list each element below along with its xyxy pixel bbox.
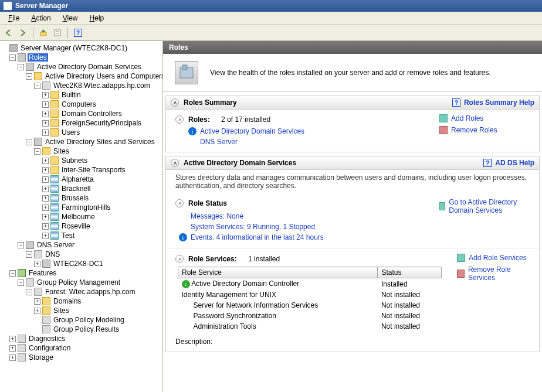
- table-row[interactable]: Server for Network Information ServicesN…: [178, 300, 442, 311]
- tree-adds[interactable]: −Active Directory Domain Services: [1, 62, 161, 71]
- remove-role-services-link[interactable]: Remove Role Services: [457, 265, 533, 282]
- menu-view[interactable]: View: [58, 13, 83, 23]
- remove-roles-link[interactable]: Remove Roles: [439, 126, 533, 134]
- table-row[interactable]: Identity Management for UNIXNot installe…: [178, 289, 442, 300]
- tree-domain[interactable]: −Wtec2K8.Wtec.adapps.hp.com: [1, 81, 161, 90]
- tree-site-test[interactable]: +Test: [1, 231, 161, 240]
- tree-gsites[interactable]: +Sites: [1, 306, 161, 315]
- tree-computers[interactable]: +Computers: [1, 100, 161, 109]
- roles-summary-section: ʌ Roles Summary ?Roles Summary Help ʌRol…: [165, 96, 540, 152]
- site-icon: [50, 222, 59, 230]
- folder-icon: [50, 110, 59, 118]
- remove-icon: [439, 126, 448, 134]
- role-link-adds[interactable]: Active Directory Domain Services: [200, 127, 304, 135]
- toolbar: ?: [0, 25, 542, 41]
- menu-help[interactable]: Help: [85, 13, 109, 23]
- goto-adds-link[interactable]: Go to Active Directory Domain Services: [439, 198, 533, 214]
- chevron-up-icon[interactable]: ʌ: [175, 115, 184, 124]
- tree-subnets[interactable]: +Subnets: [1, 156, 161, 165]
- forward-button[interactable]: [16, 26, 29, 39]
- tree-forest[interactable]: −Forest: Wtec.adapps.hp.com: [1, 287, 161, 296]
- table-row[interactable]: ↓ Active Directory Domain ControllerInst…: [178, 278, 442, 290]
- table-row[interactable]: Administration ToolsNot installed: [178, 321, 442, 332]
- up-button[interactable]: [37, 26, 50, 39]
- separator: [67, 28, 68, 38]
- services-link[interactable]: System Services: 9 Running, 1 Stopped: [191, 221, 424, 232]
- tree-site-alpharetta[interactable]: +Alpharetta: [1, 175, 161, 184]
- tree-adss[interactable]: −Active Directory Sites and Services: [1, 137, 161, 146]
- events-link[interactable]: iEvents: 4 informational in the last 24 …: [179, 232, 424, 243]
- tree-config[interactable]: +Configuration: [1, 343, 161, 353]
- tree-site-melbourne[interactable]: +Melbourne: [1, 212, 161, 221]
- tree-root[interactable]: Server Manager (WTEC2K8-DC1): [1, 43, 161, 53]
- config-icon: [18, 344, 26, 352]
- tree-dcs[interactable]: +Domain Controllers: [1, 109, 161, 118]
- tree-sites[interactable]: −Sites: [1, 146, 161, 156]
- adds-description: Stores directory data and manages commun…: [166, 170, 539, 193]
- tree-builtin[interactable]: +Builtin: [1, 90, 161, 100]
- summary-help-link[interactable]: ?Roles Summary Help: [452, 98, 534, 107]
- tree-site-roseville[interactable]: +Roseville: [1, 221, 161, 231]
- tree-site-bracknell[interactable]: +Bracknell: [1, 184, 161, 193]
- roles-hero-icon: [175, 61, 198, 84]
- tree-gpmodel[interactable]: Group Policy Modeling: [1, 315, 161, 325]
- tree-roles[interactable]: −Roles: [1, 53, 161, 62]
- installed-icon: ↓: [182, 280, 190, 288]
- tree-gpm[interactable]: −Group Policy Management: [1, 278, 161, 287]
- messages-link[interactable]: Messages: None: [191, 211, 424, 221]
- folder-icon: [50, 91, 59, 99]
- tree-site-brussels[interactable]: +Brussels: [1, 193, 161, 203]
- menu-bar: File Action View Help: [0, 12, 542, 25]
- back-button[interactable]: [2, 26, 15, 39]
- folder-icon: [50, 166, 59, 174]
- nav-tree[interactable]: Server Manager (WTEC2K8-DC1) −Roles −Act…: [0, 41, 163, 392]
- chevron-up-icon[interactable]: ʌ: [171, 98, 179, 107]
- site-icon: [50, 231, 59, 240]
- expand-icon[interactable]: +: [42, 92, 49, 98]
- chevron-up-icon[interactable]: ʌ: [171, 159, 179, 167]
- properties-button[interactable]: [51, 26, 64, 39]
- th-status[interactable]: Status: [378, 267, 442, 278]
- tree-ist[interactable]: +Inter-Site Transports: [1, 165, 161, 175]
- content-header: Roles: [163, 41, 542, 54]
- window-titlebar: Server Manager: [0, 0, 542, 12]
- chevron-up-icon[interactable]: ʌ: [175, 255, 184, 263]
- folder-icon: [42, 306, 50, 315]
- section-title: Active Directory Domain Services: [184, 159, 296, 167]
- tree-dns[interactable]: −DNS Server: [1, 240, 161, 250]
- tree-features[interactable]: −Features: [1, 268, 161, 278]
- tree-domains[interactable]: +Domains: [1, 296, 161, 306]
- tree-aduc[interactable]: −Active Directory Users and Computers: [1, 71, 161, 81]
- tree-storage[interactable]: +Storage: [1, 353, 161, 362]
- table-row[interactable]: Password SynchronizationNot installed: [178, 311, 442, 321]
- tree-dns-node[interactable]: −DNS: [1, 250, 161, 259]
- tree-gpresults[interactable]: Group Policy Results: [1, 325, 161, 334]
- menu-action[interactable]: Action: [26, 13, 55, 23]
- help-button[interactable]: ?: [72, 26, 84, 39]
- adds-help-link[interactable]: ?AD DS Help: [483, 159, 534, 167]
- forest-icon: [34, 288, 42, 296]
- chevron-up-icon[interactable]: ʌ: [175, 199, 184, 207]
- help-icon: ?: [452, 98, 460, 107]
- tree-diag[interactable]: +Diagnostics: [1, 334, 161, 343]
- th-role-service[interactable]: Role Service: [178, 267, 378, 278]
- menu-file[interactable]: File: [4, 13, 24, 23]
- tree-site-farmington[interactable]: +FarmingtonHills: [1, 203, 161, 212]
- tree-fsp[interactable]: +ForeignSecurityPrincipals: [1, 118, 161, 128]
- info-icon: i: [179, 233, 187, 241]
- app-icon: [4, 2, 12, 10]
- role-link-dns[interactable]: DNS Server: [200, 138, 238, 146]
- svg-rect-0: [40, 32, 46, 36]
- dns-node-icon: [34, 250, 42, 258]
- site-icon: [50, 185, 59, 193]
- svg-rect-5: [182, 65, 187, 70]
- add-icon: [457, 254, 465, 262]
- tree-dns-host[interactable]: +WTEC2K8-DC1: [1, 259, 161, 268]
- add-roles-link[interactable]: Add Roles: [439, 114, 533, 122]
- role-icon: [26, 63, 34, 71]
- tree-users[interactable]: +Users: [1, 128, 161, 137]
- add-role-services-link[interactable]: Add Role Services: [457, 254, 533, 262]
- collapse-icon[interactable]: −: [9, 54, 16, 61]
- site-icon: [50, 194, 59, 202]
- role-status-title: Role Status: [188, 199, 227, 207]
